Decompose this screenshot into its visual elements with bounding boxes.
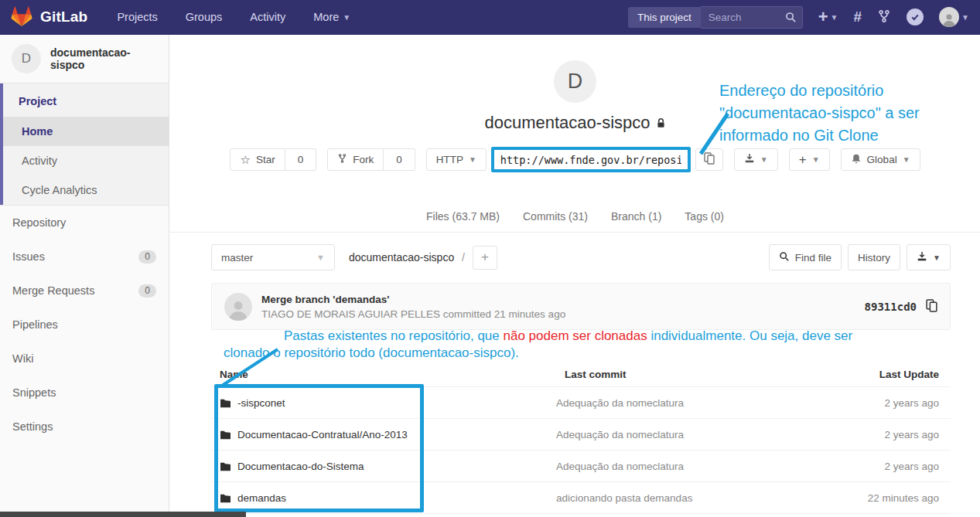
sidebar-section-title[interactable]: Project: [3, 83, 169, 117]
table-row: -sispconetAdequação da nomeclatura2 year…: [211, 387, 951, 419]
page-title: documentacao-sispco: [170, 113, 980, 133]
search-group: This project: [628, 6, 803, 29]
merge-request-icon: [877, 9, 891, 26]
history-button[interactable]: History: [848, 244, 900, 270]
commit-hash[interactable]: 89311cd0: [865, 301, 917, 313]
gitlab-brand[interactable]: GitLab: [11, 5, 87, 29]
last-commit-message[interactable]: Adequação da nomeclatura: [556, 387, 862, 419]
top-navbar: GitLab Projects Groups Activity More ▼ T…: [0, 0, 980, 35]
file-tree-rows: -sispconetAdequação da nomeclatura2 year…: [211, 387, 951, 514]
download-tree-button[interactable]: ▼: [907, 244, 951, 270]
sidebar-project-header[interactable]: D documentacao-sispco: [0, 35, 169, 83]
user-menu-button[interactable]: ▼: [939, 7, 969, 27]
search-icon: [785, 12, 797, 26]
find-file-button[interactable]: Find file: [769, 244, 842, 270]
copy-commit-icon[interactable]: [926, 299, 937, 315]
nav-item-groups[interactable]: Groups: [186, 11, 223, 23]
commit-meta: TIAGO DE MORAIS AGUIAR PELLES committed …: [261, 308, 565, 320]
sidebar-section-project: Project Home Activity Cycle Analytics: [0, 83, 169, 205]
sidebar-item-issues[interactable]: Issues 0: [0, 240, 169, 274]
sidebar-item-snippets[interactable]: Snippets: [0, 376, 169, 410]
tree-area: master ▼ documentacao-sispco / + Find fi…: [170, 244, 980, 514]
table-row: demandasadicionando pasta demandas22 min…: [211, 482, 951, 514]
notification-level-button[interactable]: Global ▼: [841, 148, 920, 171]
sidebar-item-home[interactable]: Home: [3, 117, 169, 146]
nav-item-more[interactable]: More ▼: [313, 11, 350, 23]
todos-button[interactable]: [907, 9, 924, 26]
folder-link[interactable]: -sispconet: [211, 387, 556, 419]
folder-icon: [220, 397, 237, 409]
clone-cluster: HTTP ▼: [426, 147, 723, 172]
stat-commits[interactable]: Commits (31): [523, 210, 588, 223]
tree-controls: master ▼ documentacao-sispco / + Find fi…: [211, 244, 951, 270]
browser-status-strip: [0, 512, 246, 517]
project-header: D documentacao-sispco: [170, 35, 980, 133]
last-update-time: 2 years ago: [862, 451, 951, 482]
last-update-time: 2 years ago: [862, 387, 951, 419]
nav-item-activity[interactable]: Activity: [250, 11, 285, 23]
sidebar-item-wiki[interactable]: Wiki: [0, 342, 169, 376]
repo-stats-row: Files (63.7 MB) Commits (31) Branch (1) …: [170, 210, 980, 233]
last-commit-message[interactable]: adicionando pasta demandas: [556, 482, 862, 514]
star-button[interactable]: ☆ Star: [230, 148, 285, 171]
fork-icon: [337, 153, 347, 166]
primary-nav: Projects Groups Activity More ▼: [117, 11, 350, 23]
sidebar-item-settings[interactable]: Settings: [0, 410, 169, 444]
fork-count[interactable]: 0: [384, 148, 415, 171]
sidebar-item-pipelines[interactable]: Pipelines: [0, 308, 169, 342]
folder-icon: [220, 429, 237, 440]
clone-url-input[interactable]: [494, 150, 688, 169]
download-button[interactable]: ▼: [734, 148, 778, 171]
user-avatar: [939, 7, 959, 27]
download-icon: [744, 153, 755, 166]
hash-icon: #: [854, 9, 862, 26]
stat-files[interactable]: Files (63.7 MB): [426, 210, 500, 223]
merge-requests-count-badge: 0: [138, 284, 156, 298]
chevron-down-icon: ▼: [760, 155, 768, 164]
clone-url-highlight-box: [491, 147, 691, 172]
protocol-select[interactable]: HTTP ▼: [426, 148, 487, 171]
table-row: Documentacao-Contratual/Ano-2013Adequaçã…: [211, 419, 951, 451]
tree-right-buttons: Find file History ▼: [769, 244, 951, 270]
issues-count-badge: 0: [138, 250, 156, 264]
star-icon: ☆: [240, 153, 250, 167]
copy-url-button[interactable]: [695, 148, 723, 171]
branch-select[interactable]: master ▼: [211, 244, 335, 270]
folder-link[interactable]: Documentacao-do-Sistema: [211, 451, 556, 482]
chevron-down-icon: ▼: [343, 13, 350, 22]
private-lock-icon: [656, 113, 666, 133]
last-commit-message[interactable]: Adequação da nomeclatura: [556, 419, 862, 451]
sidebar-item-cycle-analytics[interactable]: Cycle Analytics: [3, 175, 169, 205]
commit-title[interactable]: Merge branch 'demandas': [261, 294, 565, 305]
main-content: D documentacao-sispco ☆ Star 0: [170, 35, 980, 517]
add-new-button[interactable]: + ▼: [789, 148, 830, 171]
star-count[interactable]: 0: [285, 148, 317, 171]
project-actions-row: ☆ Star 0 Fork 0: [170, 147, 980, 172]
new-menu-button[interactable]: + ▼: [818, 9, 838, 25]
last-commit-message[interactable]: Adequação da nomeclatura: [556, 451, 862, 482]
column-header-last-commit: Last commit: [556, 365, 862, 387]
sidebar-item-activity[interactable]: Activity: [3, 146, 169, 175]
fork-button[interactable]: Fork: [327, 148, 384, 171]
nav-item-projects[interactable]: Projects: [117, 11, 157, 23]
file-tree-table: Name Last commit Last Update -sispconetA…: [211, 365, 951, 514]
folder-link[interactable]: demandas: [211, 482, 556, 514]
sidebar-item-merge-requests[interactable]: Merge Requests 0: [0, 274, 169, 308]
plus-icon: +: [799, 152, 807, 168]
breadcrumb-project[interactable]: documentacao-sispco: [349, 251, 454, 264]
stat-branch[interactable]: Branch (1): [611, 210, 661, 223]
folder-link[interactable]: Documentacao-Contratual/Ano-2013: [211, 419, 556, 451]
stat-tags[interactable]: Tags (0): [685, 210, 724, 223]
download-icon: [917, 251, 927, 264]
sidebar-project-name: documentacao-sispco: [50, 46, 157, 71]
merge-requests-button[interactable]: [877, 9, 891, 26]
search-scope-badge[interactable]: This project: [628, 7, 701, 28]
sidebar-item-repository[interactable]: Repository: [0, 206, 169, 240]
bell-icon: [851, 153, 862, 167]
chevron-down-icon: ▼: [961, 13, 969, 22]
column-header-name: Name: [211, 365, 556, 387]
issues-dashboard-button[interactable]: #: [854, 9, 862, 26]
chevron-down-icon: ▼: [812, 155, 820, 164]
last-commit-card: Merge branch 'demandas' TIAGO DE MORAIS …: [211, 283, 951, 330]
add-file-button[interactable]: +: [473, 246, 497, 270]
